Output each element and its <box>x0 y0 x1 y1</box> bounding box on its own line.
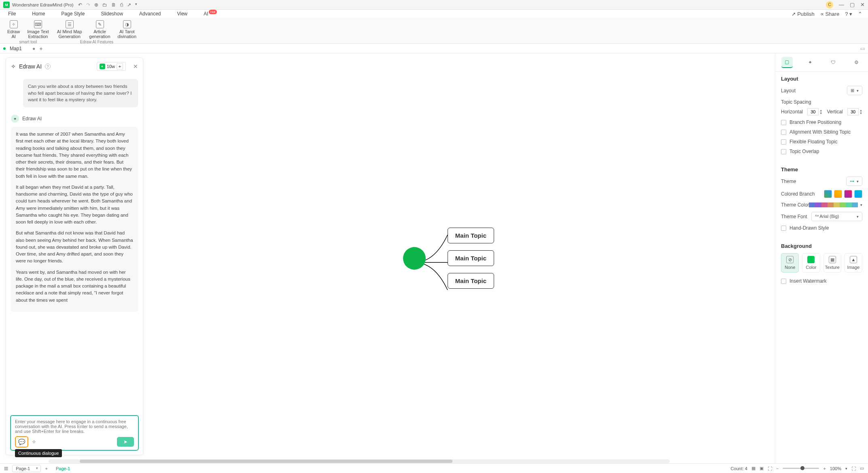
ribbon-mindmap-gen[interactable]: ☰AI Mind Map Generation <box>55 19 85 40</box>
publish-icon[interactable]: ➚ Publish <box>792 11 815 17</box>
titlebar: M Wondershare EdrawMind (Pro) ↶ ↷ ⊕ 🗀 🗎 … <box>0 0 868 10</box>
ribbon-article-gen[interactable]: ✎Article generation <box>87 19 113 40</box>
collapse-ribbon-icon[interactable]: ⌃ <box>858 11 862 17</box>
menu-ai[interactable]: AIHot <box>201 10 219 17</box>
hot-badge: Hot <box>209 10 217 14</box>
menubar: File Home Page Style Slideshow Advanced … <box>0 10 868 18</box>
redo-icon[interactable]: ↷ <box>86 2 90 8</box>
ribbon-group-1-caption: smart tool <box>19 40 37 45</box>
article-gen-icon: ✎ <box>96 20 104 28</box>
qat-icon-2[interactable]: 🗀 <box>102 2 107 8</box>
minimize-icon[interactable]: — <box>839 2 844 8</box>
share-icon[interactable]: ∝ Share <box>820 11 839 17</box>
ribbon-edraw-ai[interactable]: ✧Edraw AI <box>5 19 22 40</box>
ribbon-group-2-caption: Edraw AI Features <box>80 40 113 45</box>
mindmap-gen-icon: ☰ <box>66 20 74 28</box>
qat-icon-5[interactable]: ↗ <box>127 2 131 8</box>
menu-view[interactable]: View <box>174 10 190 17</box>
help-dropdown-icon[interactable]: ? ▾ <box>845 11 852 17</box>
user-avatar[interactable]: C <box>826 1 833 9</box>
image-text-icon: ⌨ <box>34 20 42 28</box>
document-tabs: Map1 ● + ▭ <box>0 44 868 53</box>
tabs-layout-icon[interactable]: ▭ <box>860 46 865 51</box>
menu-file[interactable]: File <box>6 10 18 17</box>
maximize-icon[interactable]: ▢ <box>850 2 855 8</box>
doc-tab-map1[interactable]: Map1 ● <box>3 46 35 51</box>
qat-icon-3[interactable]: 🗎 <box>111 2 116 8</box>
menu-page-style[interactable]: Page Style <box>59 10 87 17</box>
app-title: Wondershare EdrawMind (Pro) <box>12 2 73 7</box>
qat-icon-1[interactable]: ⊕ <box>94 2 98 8</box>
menu-advanced[interactable]: Advanced <box>137 10 163 17</box>
add-tab-button[interactable]: + <box>39 45 42 52</box>
qat-icon-4[interactable]: ⎙ <box>120 2 123 8</box>
app-logo-icon: M <box>3 2 10 8</box>
ribbon: ✧Edraw AI ⌨Image Text Extraction smart t… <box>0 18 868 44</box>
qat-dropdown-icon[interactable]: ▾ <box>135 2 137 8</box>
close-window-icon[interactable]: ✕ <box>860 2 865 8</box>
menu-slideshow[interactable]: Slideshow <box>98 10 125 17</box>
undo-icon[interactable]: ↶ <box>78 2 82 8</box>
tab-status-dot-icon <box>3 47 6 50</box>
tab-label: Map1 <box>10 46 22 51</box>
ribbon-image-text[interactable]: ⌨Image Text Extraction <box>25 19 51 40</box>
tab-close-icon[interactable]: ● <box>32 46 35 51</box>
tarot-icon: ◑ <box>123 20 131 28</box>
edraw-ai-icon: ✧ <box>10 20 18 28</box>
ribbon-tarot[interactable]: ◑AI Tarot divination <box>115 19 139 40</box>
menu-home[interactable]: Home <box>30 10 47 17</box>
